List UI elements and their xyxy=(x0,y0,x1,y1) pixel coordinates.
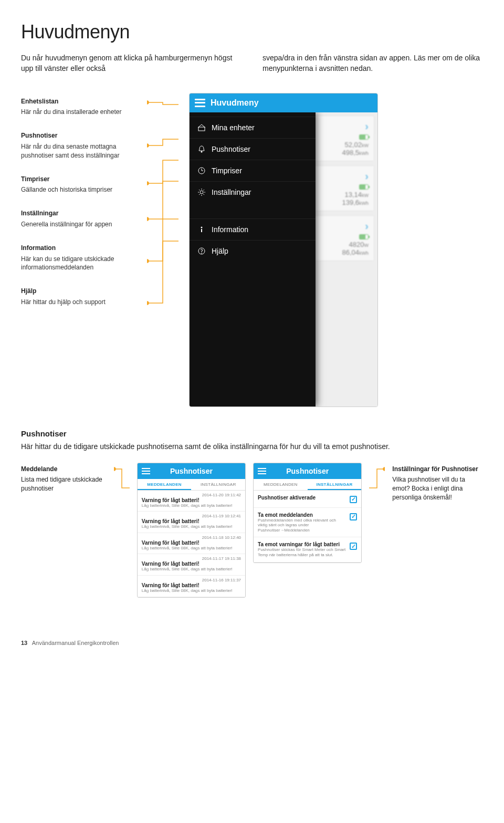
setting-title: Ta emot varningar för lågt batteri xyxy=(258,541,346,547)
svg-point-5 xyxy=(147,301,149,305)
item-desc: Låg batterinivå, Slite 08K, dags att byt… xyxy=(142,546,241,551)
connectors xyxy=(147,93,178,345)
item-desc: Låg batterinivå, Slite 08K, dags att byt… xyxy=(142,503,241,508)
svg-point-3 xyxy=(147,217,149,221)
svg-point-9 xyxy=(200,191,203,194)
setting-title: Ta emot meddelanden xyxy=(258,512,346,518)
tab-meddelanden[interactable]: MEDDELANDEN xyxy=(254,479,308,490)
page-number: 13 xyxy=(21,640,27,646)
mini-tabs: MEDDELANDEN INSTÄLLNINGAR xyxy=(254,479,361,491)
callout-title: Hjälp xyxy=(21,287,136,296)
timestamp: 2014-11-20 19:11:42 xyxy=(142,493,241,497)
mini-title: Pushnotiser xyxy=(170,467,213,475)
callout-pushnotiser: Pushnotiser Här når du dina senaste mott… xyxy=(21,131,136,160)
svg-rect-6 xyxy=(198,127,205,131)
phone-screenshot-meddelanden: Pushnotiser MEDDELANDEN INSTÄLLNINGAR 20… xyxy=(137,463,246,598)
callout-title: Inställningar xyxy=(21,209,136,218)
checkbox-icon[interactable]: ✓ xyxy=(350,543,357,550)
tab-installningar[interactable]: INSTÄLLNINGAR xyxy=(191,479,245,490)
list-item[interactable]: 2014-11-20 19:11:42 Varning för lågt bat… xyxy=(138,491,245,512)
list-item[interactable]: 2014-11-19 10:12:41 Varning för lågt bat… xyxy=(138,512,245,533)
connector-right xyxy=(369,463,385,496)
checkbox-icon[interactable]: ✓ xyxy=(350,513,357,520)
chevron-icon: › xyxy=(365,220,369,232)
unit: kW xyxy=(362,143,369,148)
drawer-item-installningar[interactable]: Inställningar xyxy=(190,181,316,203)
item-desc: Låg batterinivå, Slite 08K, dags att byt… xyxy=(142,588,241,593)
bell-icon xyxy=(197,144,206,154)
drawer-item-mina-enheter[interactable]: Mina enheter xyxy=(190,117,316,138)
drawer-item-label: Mina enheter xyxy=(212,123,255,132)
svg-line-16 xyxy=(199,194,200,195)
item-desc: Låg batterinivå, Slite 08K, dags att byt… xyxy=(142,567,241,572)
drawer-item-label: Hjälp xyxy=(212,247,228,255)
timestamp: 2014-11-19 10:12:41 xyxy=(142,514,241,518)
topbar-title: Huvudmeny xyxy=(211,98,259,108)
drawer-menu[interactable]: Mina enheter Pushnotiser Timpriser Instä… xyxy=(190,112,316,407)
checkbox-icon[interactable]: ✓ xyxy=(350,496,357,503)
callouts-column: Enhetslistan Här når du dina installerad… xyxy=(21,93,136,307)
connector-left xyxy=(114,463,130,496)
callout-title: Enhetslistan xyxy=(21,97,136,106)
timestamp: 2014-11-16 19:11:37 xyxy=(142,578,241,582)
callout-desc: Här kan du se tidigare utskickade inform… xyxy=(21,255,136,273)
callout-title: Timpriser xyxy=(21,175,136,184)
phone-screenshot-installningar: Pushnotiser MEDDELANDEN INSTÄLLNINGAR Pu… xyxy=(253,463,362,563)
svg-point-22 xyxy=(114,467,116,471)
callout-hjalp: Hjälp Här hittar du hjälp och support xyxy=(21,287,136,307)
svg-point-23 xyxy=(383,467,385,471)
drawer-item-label: Timpriser xyxy=(212,166,242,175)
unit: W xyxy=(364,243,369,248)
item-title: Varning för lågt batteri! xyxy=(142,540,241,546)
callout-information: Information Här kan du se tidigare utski… xyxy=(21,244,136,272)
drawer-item-pushnotiser[interactable]: Pushnotiser xyxy=(190,138,316,160)
callout-enhetslistan: Enhetslistan Här når du dina installerad… xyxy=(21,97,136,117)
hamburger-icon[interactable] xyxy=(195,99,205,107)
mini-topbar: Pushnotiser xyxy=(254,463,361,479)
setting-desc: Pushmeddelanden med olika relevant och v… xyxy=(258,518,346,533)
pushnotiser-section: Pushnotiser Här hittar du de tidigare ut… xyxy=(21,428,483,452)
home-icon xyxy=(197,123,206,132)
setting-item[interactable]: Ta emot meddelanden Pushmeddelanden med … xyxy=(254,508,361,538)
unit: kW xyxy=(362,193,369,198)
battery-icon xyxy=(359,234,369,239)
callout-desc: Gällande och historiska timpriser xyxy=(21,185,136,194)
timestamp: 2014-11-18 10:12:40 xyxy=(142,535,241,540)
settings-list: Pushnotiser aktiverade ✓ Ta emot meddela… xyxy=(254,491,361,562)
svg-point-4 xyxy=(147,259,149,263)
page-title: Huvudmenyn xyxy=(21,21,483,43)
hamburger-icon[interactable] xyxy=(142,468,150,474)
help-icon xyxy=(197,246,206,256)
drawer-item-information[interactable]: Information xyxy=(190,218,316,240)
page-footer: 13 Användarmanual Energikontrollen xyxy=(21,640,483,646)
item-title: Varning för lågt batteri! xyxy=(142,497,241,503)
value: 52,02 xyxy=(344,141,362,149)
hamburger-icon[interactable] xyxy=(258,468,266,474)
drawer-item-label: Information xyxy=(212,225,248,234)
callout-desc: Här hittar du hjälp och support xyxy=(21,298,136,307)
callout-desc: Här når du dina senaste mottagna pushnot… xyxy=(21,142,136,160)
intro-columns: Du når huvudmenyn genom att klicka på ha… xyxy=(21,53,483,74)
list-item[interactable]: 2014-11-17 19:11:38 Varning för lågt bat… xyxy=(138,554,245,576)
tab-meddelanden[interactable]: MEDDELANDEN xyxy=(138,479,192,490)
callout-installningar-push: Inställningar för Pushnotiser Vilka push… xyxy=(392,463,483,502)
setting-item[interactable]: Ta emot varningar för lågt batteri Pushn… xyxy=(254,537,361,562)
svg-rect-19 xyxy=(201,229,202,232)
svg-point-18 xyxy=(201,226,203,228)
phone-topbar: Huvudmeny xyxy=(190,93,377,112)
callout-meddelande: Meddelande Lista med tidigare utskickade… xyxy=(21,463,107,493)
callout-title: Meddelande xyxy=(21,465,107,474)
mini-tabs: MEDDELANDEN INSTÄLLNINGAR xyxy=(138,479,245,491)
tab-installningar[interactable]: INSTÄLLNINGAR xyxy=(308,479,362,490)
list-item[interactable]: 2014-11-18 10:12:40 Varning för lågt bat… xyxy=(138,533,245,555)
drawer-item-timpriser[interactable]: Timpriser xyxy=(190,160,316,181)
callout-desc: Här når du dina installerade enheter xyxy=(21,108,136,117)
svg-line-15 xyxy=(204,194,205,195)
battery-icon xyxy=(359,184,369,190)
svg-point-0 xyxy=(147,101,149,104)
gear-icon xyxy=(197,187,206,197)
drawer-item-hjalp[interactable]: Hjälp xyxy=(190,240,316,262)
value: 139,6 xyxy=(342,199,359,206)
list-item[interactable]: 2014-11-16 19:11:37 Varning för lågt bat… xyxy=(138,576,245,597)
setting-item[interactable]: Pushnotiser aktiverade ✓ xyxy=(254,491,361,508)
